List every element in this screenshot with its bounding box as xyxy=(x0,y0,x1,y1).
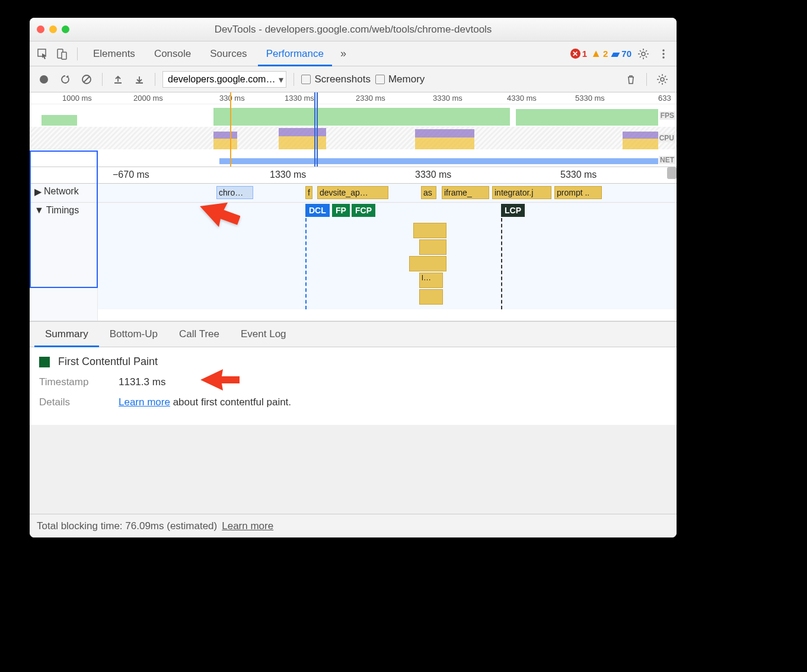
annotation-arrow-icon xyxy=(200,368,242,401)
minimize-icon[interactable] xyxy=(49,25,57,33)
svg-point-4 xyxy=(662,49,664,51)
network-item[interactable]: chro… xyxy=(216,186,253,199)
message-count[interactable]: ▰70 xyxy=(611,47,631,60)
task-bar[interactable] xyxy=(419,289,443,305)
vertical-scrollbar[interactable] xyxy=(667,167,677,179)
device-icon[interactable] xyxy=(53,46,70,62)
upload-icon[interactable] xyxy=(110,71,126,88)
svg-point-9 xyxy=(661,78,664,81)
task-bar[interactable] xyxy=(413,223,446,238)
record-button[interactable] xyxy=(36,71,52,88)
task-bar[interactable] xyxy=(409,256,446,271)
footer-learn-more-link[interactable]: Learn more xyxy=(222,520,273,532)
separator xyxy=(294,73,294,86)
svg-point-3 xyxy=(642,52,645,56)
flame-chart[interactable]: −670 ms 1330 ms 3330 ms 5330 ms ▶Network… xyxy=(30,167,677,321)
learn-more-link[interactable]: Learn more xyxy=(119,396,170,408)
window-title: DevTools - developers.google.com/web/too… xyxy=(30,24,677,36)
timestamp-label: Timestamp xyxy=(39,376,110,388)
overview-timeline[interactable]: 1000 ms 2000 ms 330 ms 1330 ms 2330 ms 3… xyxy=(30,92,677,167)
blocking-time-text: Total blocking time: 76.09ms (estimated) xyxy=(37,520,217,532)
reload-icon[interactable] xyxy=(57,71,74,88)
pane-tab-calltree[interactable]: Call Tree xyxy=(168,321,230,347)
network-item[interactable]: integrator.j xyxy=(492,186,551,199)
perf-toolbar: developers.google.com… Screenshots Memor… xyxy=(30,66,677,92)
pane-tab-eventlog[interactable]: Event Log xyxy=(230,321,297,347)
track-timings-toggle[interactable]: ▼Timings xyxy=(30,203,98,321)
screenshots-checkbox[interactable]: Screenshots xyxy=(301,73,371,85)
close-icon[interactable] xyxy=(37,25,44,33)
timestamp-value: 1131.3 ms xyxy=(119,376,165,388)
memory-checkbox[interactable]: Memory xyxy=(375,73,425,85)
svg-point-6 xyxy=(662,56,664,58)
tabs-overflow-icon[interactable]: » xyxy=(334,47,352,60)
annotation-arrow-icon xyxy=(199,200,240,238)
details-tabbar: Summary Bottom-Up Call Tree Event Log xyxy=(30,321,677,347)
titlebar: DevTools - developers.google.com/web/too… xyxy=(30,18,677,41)
task-bar[interactable]: l… xyxy=(419,273,443,288)
network-item[interactable]: f xyxy=(305,186,312,199)
pane-tab-summary[interactable]: Summary xyxy=(34,321,99,347)
tab-performance[interactable]: Performance xyxy=(258,41,332,66)
track-network: ▶Network chro… f devsite_ap… as iframe_ … xyxy=(30,184,677,203)
capture-settings-icon[interactable] xyxy=(654,71,671,88)
tab-sources[interactable]: Sources xyxy=(202,41,255,66)
svg-line-8 xyxy=(84,76,90,82)
maximize-icon[interactable] xyxy=(62,25,69,33)
trash-icon[interactable] xyxy=(623,71,639,88)
separator xyxy=(646,73,647,86)
timing-marker-line xyxy=(305,218,307,309)
warning-count[interactable]: ▲2 xyxy=(591,47,608,60)
tab-console[interactable]: Console xyxy=(146,41,199,66)
download-icon[interactable] xyxy=(131,71,148,88)
settings-icon[interactable] xyxy=(635,46,652,62)
timing-marker-line xyxy=(501,218,502,309)
chevron-down-icon: ▼ xyxy=(34,205,44,216)
timing-dcl[interactable]: DCL xyxy=(305,204,330,217)
devtools-window: DevTools - developers.google.com/web/too… xyxy=(30,18,677,537)
chevron-right-icon: ▶ xyxy=(34,186,42,197)
details-label: Details xyxy=(39,396,110,408)
tab-elements[interactable]: Elements xyxy=(85,41,143,66)
status-footer: Total blocking time: 76.09ms (estimated)… xyxy=(30,514,677,537)
error-count[interactable]: ✕1 xyxy=(570,49,587,59)
timing-lcp[interactable]: LCP xyxy=(501,204,525,217)
traffic-lights xyxy=(37,25,69,33)
track-network-toggle[interactable]: ▶Network xyxy=(30,184,98,202)
timing-fp[interactable]: FP xyxy=(332,204,350,217)
summary-panel: First Contentful Paint Timestamp 1131.3 … xyxy=(30,347,677,425)
main-tabbar: Elements Console Sources Performance » ✕… xyxy=(30,41,677,66)
overview-ruler: 1000 ms 2000 ms 330 ms 1330 ms 2330 ms 3… xyxy=(30,92,677,104)
overview-cpu-lane: CPU xyxy=(30,127,677,149)
clear-icon[interactable] xyxy=(78,71,95,88)
network-item[interactable]: as xyxy=(421,186,436,199)
timing-fcp[interactable]: FCP xyxy=(352,204,375,217)
event-color-swatch xyxy=(39,357,50,367)
recording-dropdown[interactable]: developers.google.com… xyxy=(162,71,286,88)
overview-net-lane: NET xyxy=(30,156,677,167)
empty-area xyxy=(30,425,677,514)
track-ruler: −670 ms 1330 ms 3330 ms 5330 ms xyxy=(30,167,677,184)
event-title: First Contentful Paint xyxy=(58,356,158,368)
overview-fps-lane: FPS xyxy=(30,104,677,127)
pane-tab-bottomup[interactable]: Bottom-Up xyxy=(99,321,168,347)
task-bar[interactable] xyxy=(419,239,446,255)
network-item[interactable]: iframe_ xyxy=(442,186,489,199)
svg-rect-2 xyxy=(62,52,66,59)
overview-selection[interactable] xyxy=(314,92,318,167)
more-icon[interactable] xyxy=(655,46,672,62)
separator xyxy=(77,47,78,60)
separator xyxy=(155,73,155,86)
separator xyxy=(102,73,103,86)
network-item[interactable]: devsite_ap… xyxy=(317,186,388,199)
network-item[interactable]: prompt .. xyxy=(554,186,602,199)
frame-marker xyxy=(230,92,231,167)
inspect-icon[interactable] xyxy=(34,46,51,62)
track-timings: ▼Timings DCL FP FCP LCP l… xyxy=(30,203,677,321)
svg-point-5 xyxy=(662,53,664,55)
